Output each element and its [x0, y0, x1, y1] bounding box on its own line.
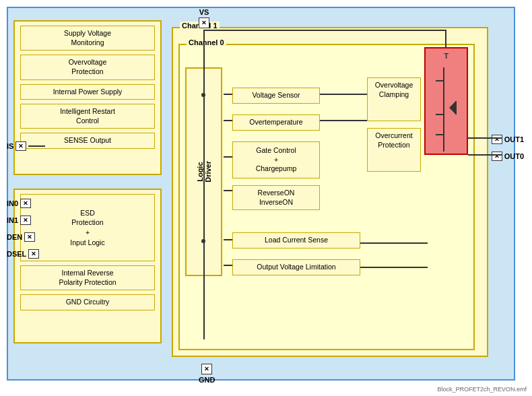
vs-vertical-line: [203, 30, 205, 339]
gate-control-box: Gate Control+Chargepump: [232, 141, 320, 178]
transistor-to-out1-line: [468, 137, 502, 139]
overtemperature-box: Overtemperature: [232, 114, 320, 131]
den-pin-container: DEN ✕: [7, 232, 35, 242]
in0-pin-box: ✕: [20, 199, 31, 208]
den-pin-box: ✕: [24, 232, 35, 242]
overvoltage-protection-box: OvervoltageProtection: [20, 55, 155, 79]
feedback-current-sense: [360, 242, 428, 244]
svg-marker-4: [449, 101, 456, 114]
left-features-block: Supply VoltageMonitoring OvervoltageProt…: [13, 20, 162, 175]
vs-horizontal-line: [203, 30, 446, 31]
den-label: DEN: [7, 233, 22, 241]
is-line: [28, 145, 45, 147]
line-driver-overtemp: [224, 120, 232, 121]
vs-to-transistor-line: [445, 30, 446, 47]
line-driver-output: [224, 265, 232, 266]
internal-power-supply-box: Internal Power Supply: [20, 84, 155, 100]
line-driver-current: [224, 239, 232, 240]
gnd-pin-container: ✕ GND: [199, 364, 215, 384]
overvoltage-clamping-box: Overvoltage Clamping: [367, 77, 421, 121]
is-pin-box: ✕: [15, 141, 26, 151]
load-current-sense-box: Load Current Sense: [232, 232, 360, 249]
out1-pin-box: ✕: [492, 135, 502, 144]
out1-pin-container: ✕ OUT1: [492, 135, 524, 144]
intelligent-restart-box: Intelligent RestartControl: [20, 104, 155, 129]
out0-pin-container: ✕ OUT0: [492, 152, 524, 161]
in0-label: IN0: [7, 199, 18, 207]
out0-pin-box: ✕: [492, 152, 502, 161]
feedback-voltage-sensor: [320, 94, 367, 95]
is-label: IS: [7, 142, 13, 150]
in1-pin-container: IN1 ✕: [7, 216, 31, 225]
is-pin-container: IS ✕: [7, 141, 45, 151]
channel0-label: Channel 0: [187, 38, 226, 46]
transistor-box: T: [424, 47, 468, 155]
junction-dot-1: [201, 93, 205, 97]
vs-label: VS: [199, 8, 209, 16]
in1-label: IN1: [7, 216, 18, 224]
left-bottom-block: ESDProtection+Input Logic Internal Rever…: [13, 189, 162, 343]
voltage-sensor-box: Voltage Sensor: [232, 88, 320, 104]
gnd-label: GND: [199, 376, 215, 384]
transistor-to-out0-line: [468, 154, 502, 156]
out1-label: OUT1: [504, 135, 524, 143]
gnd-pin-box: ✕: [201, 364, 212, 374]
dsel-label: DSEL: [7, 250, 26, 258]
in0-pin-container: IN0 ✕: [7, 199, 31, 208]
main-container: Channel 1 Channel 0 Supply VoltageMonito…: [0, 0, 532, 396]
dsel-pin-container: DSEL ✕: [7, 249, 39, 259]
reverseon-box: ReverseONInverseON: [232, 185, 320, 210]
feedback-overtemp: [320, 120, 367, 121]
junction-dot-2: [201, 239, 205, 243]
transistor-t-label: T: [444, 52, 448, 60]
gnd-circuitry-box: GND Circuitry: [20, 294, 155, 310]
overcurrent-protection-box: Overcurrent Protection: [367, 128, 421, 172]
vs-pin-container: VS ✕: [199, 8, 209, 28]
vs-pin-box: ✕: [199, 18, 209, 28]
line-driver-voltage-sensor: [224, 94, 232, 95]
out0-label: OUT0: [504, 152, 524, 160]
reverse-polarity-box: Internal ReversePolarity Protection: [20, 265, 155, 290]
feedback-output-voltage: [360, 267, 428, 268]
dsel-pin-box: ✕: [28, 249, 39, 259]
esd-protection-box: ESDProtection+Input Logic: [20, 194, 155, 261]
supply-voltage-monitoring-box: Supply VoltageMonitoring: [20, 26, 155, 51]
in1-pin-box: ✕: [20, 216, 31, 225]
transistor-symbol: [426, 61, 463, 158]
filename-label: Block_PROFET2ch_REVON.emf: [437, 386, 527, 393]
line-driver-gate: [224, 156, 232, 158]
output-voltage-limitation-box: Output Voltage Limitation: [232, 259, 360, 275]
line-driver-reverse: [224, 190, 232, 191]
